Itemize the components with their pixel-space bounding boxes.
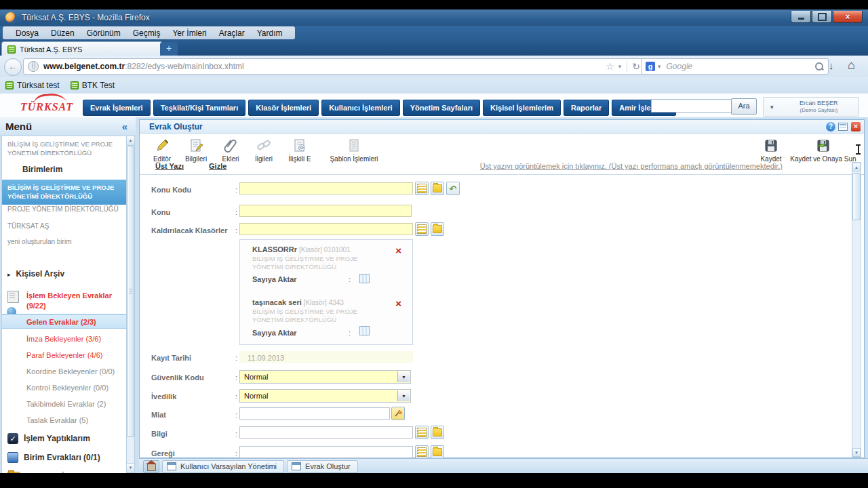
sidebar-islem-bekleyen[interactable]: İşlem Bekleyen Evraklar (9/22) (26, 291, 121, 311)
scroll-up-icon[interactable]: ▲ (852, 163, 861, 171)
nav-kisisel-islemlerim[interactable]: Kişisel İşlemlerim (483, 100, 561, 116)
sidebar-islem-yaptiklarim[interactable]: ✓ İşlem Yaptıklarım (2, 430, 127, 447)
taskbar-tab-evrak-olustur[interactable]: Evrak Oluştur (287, 460, 358, 473)
menu-dosya[interactable]: Dosya (9, 28, 45, 38)
sidebar-scrollbar[interactable]: ▲ ▼ (126, 136, 135, 473)
menu-gorunum[interactable]: Görünüm (81, 28, 127, 38)
sidebar-active-unit[interactable]: BİLİŞİM İŞ GELİŞTİRME VE PROJE YÖNETİMİ … (2, 180, 127, 205)
sidebar-scroll-thumb[interactable] (127, 146, 134, 437)
nav-klasor-islemleri[interactable]: Klasör İşlemleri (248, 100, 319, 116)
miat-clear-button[interactable] (391, 407, 405, 420)
browser-search-box[interactable]: g ▾ Google (641, 58, 829, 75)
menu-araclar[interactable]: Araçlar (213, 28, 251, 38)
back-button[interactable]: ← (4, 58, 22, 76)
user-menu[interactable]: ▾ Ercan BEŞER (Demo Sayfası) (763, 97, 859, 117)
ust-yazi-link[interactable]: Üst Yazı (155, 162, 184, 170)
toolbar-iliskili-button[interactable]: İlişkili E (281, 138, 319, 163)
kaydet-onaya-sun-button[interactable]: Kaydet ve Onaya Sun (783, 138, 864, 163)
ust-yazi-notice-link[interactable]: Üst yazıyı görüntülemek için tıklayınız.… (480, 162, 783, 170)
bilgi-list-button[interactable] (415, 426, 429, 439)
popup-icon[interactable] (838, 123, 848, 131)
close-button[interactable]: × (833, 11, 863, 23)
chevron-down-icon[interactable]: ▼ (397, 390, 410, 401)
konu-kodu-list-button[interactable] (415, 182, 429, 195)
miat-input[interactable] (239, 407, 390, 420)
geregi-input[interactable] (239, 446, 413, 458)
nav-kullanici-islemleri[interactable]: Kullanıcı İşlemleri (321, 100, 400, 116)
menu-yardim[interactable]: Yardım (251, 28, 289, 38)
bilgi-folder-button[interactable] (431, 426, 444, 439)
search-icon[interactable] (814, 62, 824, 71)
bookmark-turksat-test[interactable]: Türksat test (5, 81, 60, 90)
site-identity-icon[interactable] (28, 61, 39, 72)
toolbar-bilgileri-button[interactable]: Bilgileri (178, 138, 214, 163)
geregi-list-button[interactable] (415, 445, 429, 459)
google-icon[interactable]: g (646, 62, 655, 71)
menu-gecmis[interactable]: Geçmiş (127, 28, 167, 38)
konu-input[interactable] (239, 205, 412, 217)
download-icon[interactable]: ↓ (829, 60, 834, 71)
sayiya-aktar-checkbox[interactable] (359, 274, 370, 283)
sidebar-kontrol-bekleyenler[interactable]: Kontrol Bekleyenler (0/0) (2, 380, 127, 395)
nav-yonetim-sayfalari[interactable]: Yönetim Sayfaları (403, 100, 480, 116)
chevron-down-icon[interactable]: ▼ (397, 371, 410, 382)
search-engine-dropdown-icon[interactable]: ▾ (658, 63, 661, 70)
bilgi-input[interactable] (239, 426, 413, 439)
app-search-input[interactable] (651, 99, 734, 113)
scroll-down-icon[interactable]: ▼ (852, 448, 861, 457)
toolbar-ilgileri-button[interactable]: İlgileri (248, 138, 279, 163)
sidebar-kisisel-arsiv[interactable]: ▸Kişisel Arşiv (7, 269, 64, 279)
sidebar-unit-turksat[interactable]: TÜRKSAT AŞ (7, 222, 49, 230)
gizle-link[interactable]: Gizle (209, 162, 226, 170)
nav-raporlar[interactable]: Raporlar (564, 100, 609, 116)
guvenlik-kodu-select[interactable]: Normal ▼ (239, 370, 411, 384)
konu-kodu-folder-button[interactable] (431, 182, 444, 195)
klasorler-list-button[interactable] (415, 222, 429, 236)
sidebar-unit-proje[interactable]: PROJE YÖNETİM DİREKTÖRLÜĞÜ (7, 205, 119, 213)
klasorler-folder-button[interactable] (431, 222, 444, 236)
sidebar-unit-yeni[interactable]: yeni oluşturulan birim (7, 238, 72, 245)
konu-kodu-undo-button[interactable]: ↶ (446, 182, 460, 195)
geregi-folder-button[interactable] (431, 445, 444, 459)
help-icon[interactable]: ? (826, 122, 835, 131)
sidebar-birimlerim[interactable]: Birimlerim (22, 165, 62, 174)
sidebar-imza-bekleyenler[interactable]: İmza Bekleyenler (3/6) (2, 331, 127, 346)
bookmark-btk-test[interactable]: BTK Test (71, 81, 115, 90)
klasorler-input[interactable] (239, 223, 413, 235)
url-bar[interactable]: www.belgenet.com.tr :8282/edys-web/mainI… (23, 58, 645, 75)
toolbar-editor-button[interactable]: Editör (146, 138, 178, 163)
panel-scrollbar[interactable]: ▲ ▼ (852, 162, 861, 458)
remove-folder-icon[interactable]: × (395, 245, 401, 256)
taskbar-tab-kullanici-varsayilan[interactable]: Kullanıcı Varsayılan Yönetimi (162, 460, 284, 473)
panel-close-icon[interactable]: × (851, 122, 861, 131)
minimize-button[interactable] (791, 11, 811, 23)
sidebar-paraf-bekleyenler[interactable]: Paraf Bekleyenler (4/6) (2, 348, 127, 363)
scroll-down-icon[interactable]: ▼ (127, 463, 134, 472)
panel-scroll-thumb[interactable] (852, 173, 861, 220)
sayiya-aktar-checkbox[interactable] (359, 326, 370, 336)
reload-icon[interactable]: ↻ (627, 61, 640, 72)
urlbar-dropdown-icon[interactable]: ▾ (618, 63, 622, 70)
sidebar-koordine-bekleyenler[interactable]: Koordine Bekleyenler (0/0) (2, 364, 127, 379)
toolbar-sablon-button[interactable]: Şablon İşlemleri (321, 138, 387, 163)
remove-folder-icon[interactable]: × (395, 298, 401, 308)
menu-duzen[interactable]: Düzen (45, 28, 81, 38)
scroll-up-icon[interactable]: ▲ (127, 136, 134, 146)
konu-kodu-input[interactable] (239, 182, 413, 195)
user-dropdown-icon[interactable]: ▾ (770, 104, 774, 110)
ivedilik-select[interactable]: Normal ▼ (239, 389, 411, 403)
new-tab-button[interactable]: + (160, 42, 178, 56)
nav-teskilat-kisi[interactable]: Teşkilat/Kişi Tanımları (153, 100, 246, 116)
sidebar-taslak-evraklar[interactable]: Taslak Evraklar (5) (2, 413, 127, 428)
sidebar-collapse-icon[interactable]: « (122, 121, 127, 131)
browser-tab[interactable]: Türksat A.Ş. EBYS (1, 41, 163, 56)
home-icon[interactable]: ⌂ (848, 58, 855, 73)
ara-button[interactable]: Ara (731, 98, 757, 115)
menu-yerimleri[interactable]: Yer İmleri (166, 28, 212, 38)
sidebar-gelen-evraklar[interactable]: Gelen Evraklar (2/3) (2, 314, 127, 329)
maximize-button[interactable] (812, 11, 832, 23)
sidebar-birim-evraklari[interactable]: Birim Evrakları (0/1) (2, 449, 127, 466)
sidebar-takibimdeki-evraklar[interactable]: Takibimdeki Evraklar (2) (2, 396, 127, 411)
bookmark-star-icon[interactable]: ☆ (606, 61, 614, 72)
nav-evrak-islemleri[interactable]: Evrak İşlemleri (83, 100, 151, 116)
